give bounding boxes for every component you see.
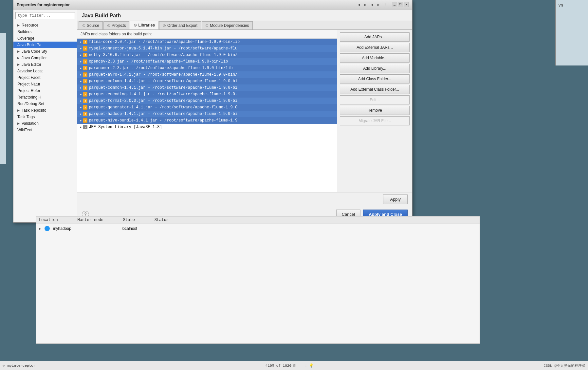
close-button[interactable]: ✕	[404, 2, 409, 7]
sidebar-item-refactoring[interactable]: Refactoring H	[13, 94, 77, 101]
edit-button[interactable]: Edit...	[340, 95, 410, 104]
tab-projects[interactable]: ⊙ Projects	[103, 21, 129, 29]
titlebar-buttons: ◀ ▶ ◀ ▶ ⋮ _ □ ✕	[356, 2, 409, 8]
sidebar-item-java-editor[interactable]: Java Editor	[13, 61, 77, 68]
list-item[interactable]: ▶ J parquet-format-2.0.0.jar - /root/sof…	[77, 98, 337, 104]
list-item[interactable]: ▶ J parquet-generator-1.4.1.jar - /root/…	[77, 104, 337, 111]
sidebar-item-project-facets[interactable]: Project Facet	[13, 74, 77, 81]
sidebar-item-label: Project Natur	[17, 82, 40, 86]
sidebar-item-label: Java Code Sty	[22, 49, 47, 54]
tab-projects-label: Projects	[112, 23, 126, 28]
migrate-jar-button[interactable]: Migrate JAR File...	[340, 116, 410, 125]
add-class-folder-button[interactable]: Add Class Folder...	[340, 74, 410, 83]
row-location: myhadoop	[53, 226, 92, 231]
list-item[interactable]: ▶ J parquet-hadoop-1.4.1.jar - /root/sof…	[77, 111, 337, 117]
apply-button[interactable]: Apply	[383, 194, 408, 204]
right-partial-window: vn	[555, 0, 588, 65]
add-external-jars-button[interactable]: Add External JARs...	[340, 43, 410, 52]
col-state: State	[123, 218, 135, 222]
sidebar-item-resource[interactable]: Resource	[13, 22, 77, 28]
sidebar-item-validation[interactable]: Validation	[13, 120, 77, 127]
memory-icon: 🗑	[293, 363, 296, 368]
expand-arrow: ▶	[80, 60, 82, 64]
jre-system-library-item[interactable]: ▶ L JRE System Library [JavaSE-1.8]	[77, 124, 337, 130]
list-item[interactable]: ▶ J paranamer-2.3.jar - /root/software/a…	[77, 65, 337, 71]
sidebar-item-task-repositories[interactable]: Task Reposito	[13, 107, 77, 114]
tab-source[interactable]: ⊙ Source	[79, 21, 103, 29]
add-jars-button[interactable]: Add JARs...	[340, 32, 410, 42]
expand-arrow: ▶	[80, 80, 82, 83]
jar-icon: J	[83, 66, 87, 70]
expand-arrow: ▶	[80, 73, 82, 77]
nav-back-icon[interactable]: ◀	[369, 2, 375, 8]
forward-icon[interactable]: ▶	[362, 2, 368, 8]
add-external-class-folder-button[interactable]: Add External Class Folder...	[340, 85, 410, 94]
sidebar-item-javadoc[interactable]: Javadoc Locat	[13, 68, 77, 74]
jar-icon: J	[83, 105, 87, 110]
list-item-text: netty-3.10.6.Final.jar - /root/software/…	[89, 53, 237, 57]
jar-icon: J	[83, 59, 87, 64]
status-left: ⊙ myinterceptor	[3, 363, 35, 368]
dialog-body: Resource Builders Coverage Java Build Pa…	[13, 9, 412, 222]
status-bar: ⊙ myinterceptor 410M of 1020 🗑 ⋮ 💡 CSDN …	[0, 361, 588, 370]
sidebar-filter-input[interactable]	[15, 12, 75, 19]
list-container[interactable]: ▶ J flina-core-2.0.4.jar - /root/softwar…	[77, 39, 337, 192]
tab-source-label: Source	[87, 23, 99, 28]
list-item[interactable]: ▶ J netty-3.10.6.Final.jar - /root/softw…	[77, 52, 337, 58]
main-content: Java Build Path ⊙ Source ⊙ Projects ⊙ Li…	[77, 9, 412, 222]
list-item-text: mysql-connector-java-5.1.47-bin.jar - /r…	[89, 46, 237, 51]
sidebar-item-wikitext[interactable]: WikiText	[13, 127, 77, 133]
list-item[interactable]: ▶ J parquet-avro-1.4.1.jar - /root/softw…	[77, 71, 337, 78]
status-memory: 410M of 1020	[266, 364, 291, 368]
list-item[interactable]: ▶ J parquet-common-1.4.1.jar - /root/sof…	[77, 84, 337, 91]
add-variable-button[interactable]: Add Variable...	[340, 53, 410, 63]
list-item[interactable]: ▶ J parquet-hive-bundle-1.4.1.jar - /roo…	[77, 117, 337, 124]
add-library-button[interactable]: Add Library...	[340, 64, 410, 73]
list-item-text: parquet-avro-1.4.1.jar - /root/software/…	[89, 72, 237, 77]
sidebar-item-project-natures[interactable]: Project Natur	[13, 81, 77, 87]
remove-button[interactable]: Remove	[340, 106, 410, 115]
minimize-button[interactable]: _	[392, 2, 397, 7]
tab-libraries[interactable]: ⊙ Libraries	[130, 21, 158, 29]
col-location: Location	[39, 218, 58, 222]
sidebar-item-task-tags[interactable]: Task Tags	[13, 114, 77, 120]
bulb-icon: 💡	[309, 363, 314, 368]
sidebar-item-label: Validation	[22, 121, 39, 126]
sidebar-item-coverage[interactable]: Coverage	[13, 35, 77, 42]
row-expand-arrow: ▶	[39, 227, 41, 231]
back-icon[interactable]: ◀	[356, 2, 362, 8]
expand-arrow: ▶	[80, 93, 82, 96]
sidebar-item-builders[interactable]: Builders	[13, 28, 77, 35]
tab-module-dependencies[interactable]: ⊙ Module Dependencies	[202, 21, 252, 29]
main-heading: Java Build Path	[77, 9, 412, 21]
main-dialog: Properties for myinterceptor ◀ ▶ ◀ ▶ ⋮ _…	[13, 0, 413, 223]
sidebar-item-run-debug[interactable]: Run/Debug Set	[13, 101, 77, 107]
sidebar-item-project-references[interactable]: Project Refer	[13, 87, 77, 94]
list-item[interactable]: ▶ J flina-core-2.0.4.jar - /root/softwar…	[77, 39, 337, 45]
list-item-text: opencsv-2.3.jar - /root/software/apache-…	[89, 59, 228, 64]
list-item[interactable]: ▶ J parquet-column-1.4.1.jar - /root/sof…	[77, 78, 337, 84]
list-item[interactable]: ▶ J mysql-connector-java-5.1.47-bin.jar …	[77, 45, 337, 52]
table-row[interactable]: ▶ myhadoop localhost	[36, 224, 480, 233]
jar-icon: J	[83, 79, 87, 83]
sidebar-item-label: Project Refer	[17, 88, 40, 93]
tab-libraries-label: Libraries	[138, 23, 155, 28]
expand-arrow: ▶	[80, 99, 82, 103]
expand-arrow: ▶	[80, 119, 82, 122]
tab-order-export[interactable]: ⊙ Order and Export	[159, 21, 201, 29]
sidebar-item-java-build-path[interactable]: Java Build Pa	[13, 42, 77, 48]
sidebar-item-java-compiler[interactable]: Java Compiler	[13, 55, 77, 61]
sidebar-item-label: Javadoc Locat	[17, 69, 43, 73]
sidebar-item-java-code-style[interactable]: Java Code Sty	[13, 48, 77, 55]
menu-icon[interactable]: ⋮	[382, 2, 388, 8]
nav-forward-icon[interactable]: ▶	[376, 2, 381, 8]
maximize-button[interactable]: □	[398, 2, 403, 7]
dialog-toolbar: ◀ ▶ ◀ ▶ ⋮	[356, 2, 388, 8]
sidebar: Resource Builders Coverage Java Build Pa…	[13, 9, 77, 222]
list-item[interactable]: ▶ J opencsv-2.3.jar - /root/software/apa…	[77, 58, 337, 65]
list-item[interactable]: ▶ J parquet-encoding-1.4.1.jar - /root/s…	[77, 91, 337, 98]
col-status: Status	[155, 218, 169, 222]
list-item-text: parquet-format-2.0.0.jar - /root/softwar…	[89, 99, 237, 103]
list-item-text: parquet-common-1.4.1.jar - /root/softwar…	[89, 85, 237, 90]
sidebar-item-label: Builders	[17, 29, 31, 34]
